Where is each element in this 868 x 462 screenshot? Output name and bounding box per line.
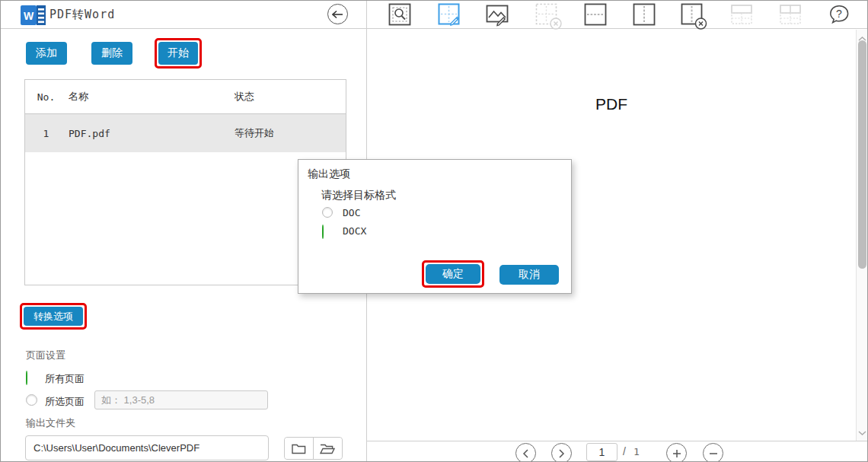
split-horizontal-icon [584, 3, 607, 26]
docx-radio[interactable] [322, 225, 324, 239]
column-header-status: 状态 [235, 90, 346, 104]
table-columns-tool [779, 3, 802, 26]
selected-pages-radio[interactable] [26, 394, 37, 406]
page-count-separator: / [623, 445, 626, 457]
minus-icon [709, 449, 718, 458]
chevron-right-icon [558, 449, 565, 458]
convert-options-highlight: 转换选项 [20, 303, 87, 330]
dialog-prompt: 请选择目标格式 [321, 189, 396, 202]
remove-vertical-split-tool[interactable] [681, 3, 704, 26]
column-header-name: 名称 [67, 90, 235, 104]
current-page-input[interactable] [586, 443, 617, 461]
page-range-input[interactable] [94, 390, 268, 409]
output-options-dialog: 输出选项 请选择目标格式 DOC DOCX 确定 取消 [298, 159, 572, 294]
ok-button[interactable]: 确定 [426, 264, 480, 284]
add-button[interactable]: 添加 [26, 42, 67, 65]
start-button-highlight: 开始 [155, 38, 202, 69]
file-table-header: No. 名称 状态 [25, 80, 346, 114]
output-folder-label: 输出文件夹 [26, 416, 75, 430]
previous-page-button[interactable] [515, 443, 536, 462]
edit-image-tool[interactable] [486, 3, 509, 26]
word-logo-icon: W [21, 5, 46, 25]
table-columns-icon [779, 3, 802, 26]
zoom-area-icon [388, 3, 411, 26]
edit-image-icon [486, 3, 509, 26]
plus-icon [672, 449, 681, 458]
page-settings-label: 页面设置 [26, 349, 65, 362]
doc-radio-label[interactable]: DOC [343, 207, 360, 218]
ok-button-highlight: 确定 [422, 260, 484, 288]
folder-closed-icon [292, 443, 306, 454]
delete-button[interactable]: 删除 [91, 42, 132, 65]
total-pages-label: 1 [633, 446, 640, 457]
start-button[interactable]: 开始 [158, 42, 198, 65]
chevron-left-icon [522, 449, 529, 458]
doc-radio[interactable] [322, 207, 333, 218]
preview-scrollbar-thumb[interactable] [858, 40, 866, 269]
row-file-name: PDF.pdf [67, 128, 235, 139]
svg-text:W: W [24, 10, 34, 22]
scrollbar-down-arrow[interactable] [858, 425, 866, 439]
remove-vertical-split-icon [681, 3, 704, 26]
table-rows-icon [730, 3, 753, 26]
split-vertical-icon [633, 3, 656, 26]
pager-separator-line [367, 441, 868, 441]
choose-folder-button[interactable] [285, 438, 314, 459]
back-button[interactable] [327, 4, 348, 24]
split-horizontal-tool[interactable] [584, 3, 607, 26]
pdf-to-word-app-window: W PDF转Word 添加 删除 开始 No. 名称 状态 1 PDF.pdf … [0, 0, 868, 462]
pdf-preview-page-text: PDF [367, 95, 856, 113]
column-header-no: No. [25, 91, 67, 103]
dialog-title: 输出选项 [308, 167, 350, 181]
next-page-button[interactable] [551, 443, 572, 462]
cancel-button[interactable]: 取消 [499, 265, 559, 285]
zoom-in-button[interactable] [666, 443, 687, 462]
folder-button-group [284, 437, 343, 460]
svg-text:?: ? [836, 8, 842, 20]
selected-pages-label[interactable]: 所选页面 [45, 395, 85, 409]
row-no: 1 [25, 128, 67, 139]
back-arrow-icon [332, 10, 343, 19]
output-path-input[interactable] [25, 435, 269, 460]
docx-radio-label[interactable]: DOCX [343, 225, 366, 237]
table-rows-tool [730, 3, 753, 26]
open-folder-button[interactable] [314, 438, 343, 459]
page-title: PDF转Word [49, 8, 115, 22]
help-icon: ? [828, 3, 850, 26]
edit-area-tool[interactable] [438, 3, 461, 26]
edit-area-icon [438, 3, 461, 26]
folder-open-icon [320, 443, 335, 454]
remove-area-icon [535, 3, 558, 26]
remove-area-tool [535, 3, 558, 26]
row-status: 等待开始 [235, 126, 346, 140]
all-pages-radio[interactable] [26, 371, 27, 385]
zoom-out-button[interactable] [703, 443, 723, 462]
help-tool[interactable]: ? [828, 3, 850, 26]
zoom-area-tool[interactable] [388, 3, 411, 26]
split-vertical-tool[interactable] [633, 3, 656, 26]
all-pages-label[interactable]: 所有页面 [45, 372, 85, 386]
convert-options-button[interactable]: 转换选项 [24, 307, 83, 326]
table-row[interactable]: 1 PDF.pdf 等待开始 [25, 114, 346, 152]
